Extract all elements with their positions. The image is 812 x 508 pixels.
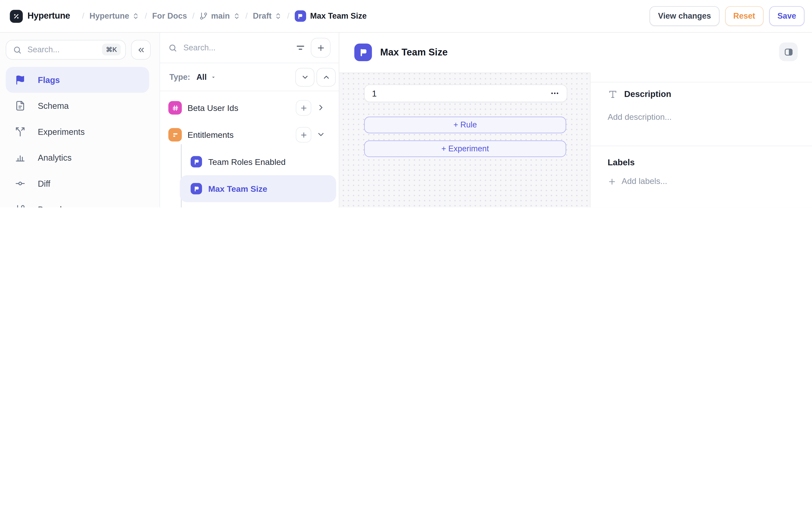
brand-name: Hypertune	[28, 11, 70, 21]
file-text-icon	[15, 100, 26, 111]
expand-all-button[interactable]	[317, 68, 336, 87]
sidebar-item-label: Flags	[38, 75, 60, 85]
bar-chart-icon	[15, 153, 26, 163]
sidebar-item-label: Analytics	[38, 153, 72, 163]
text-icon	[608, 89, 618, 99]
search-icon	[169, 43, 177, 52]
number-type-icon	[169, 101, 182, 115]
description-placeholder[interactable]: Add description...	[590, 113, 812, 122]
flag-search-input[interactable]	[182, 43, 260, 53]
sidebar-item-schema[interactable]: Schema	[0, 93, 159, 119]
breadcrumb-current-flag: Max Team Size	[295, 10, 367, 22]
type-filter-row: Type: All	[160, 63, 339, 91]
sidebar-item-label: Diff	[38, 179, 50, 188]
split-arrows-icon	[15, 127, 26, 137]
app-header: Hypertune / Hypertune / For Docs / main …	[0, 0, 812, 33]
flag-tree: Beta User Ids Entitlements Team Roles En…	[160, 91, 339, 207]
sidebar-item-experiments[interactable]: Experiments	[0, 119, 159, 144]
breadcrumb-separator: /	[287, 11, 289, 21]
sidebar-item-label: Experiments	[38, 127, 85, 137]
chevrons-up-down-icon	[275, 12, 282, 20]
breadcrumb-page-title: Max Team Size	[310, 11, 367, 21]
breadcrumb-space[interactable]: For Docs	[152, 11, 187, 21]
divider	[590, 82, 812, 82]
type-filter-value[interactable]: All	[196, 72, 207, 82]
filter-icon[interactable]	[295, 43, 306, 53]
section-title: Description	[624, 89, 671, 99]
sidebar-nav: Flags Schema Experiments Analytics Diff …	[0, 67, 159, 207]
flag-title: Max Team Size	[380, 47, 448, 58]
add-experiment-button[interactable]: + Experiment	[364, 140, 566, 157]
search-input[interactable]	[27, 45, 89, 55]
tree-row-max-api-requests[interactable]: Max API Requests Per Day	[180, 202, 336, 207]
search-shortcut: ⌘K	[102, 44, 121, 55]
add-child-button[interactable]	[296, 100, 311, 116]
search-icon	[13, 45, 22, 54]
entitlements-children: Team Roles Enabled Max Team Size Max API…	[160, 148, 339, 207]
flag-type-icon	[191, 156, 202, 167]
flag-canvas: 1 + Rule + Experiment	[339, 73, 590, 207]
expand-row-icon[interactable]	[317, 103, 325, 112]
reset-button[interactable]: Reset	[725, 6, 764, 26]
breadcrumb-separator: /	[192, 11, 195, 21]
breadcrumb-separator: /	[82, 11, 84, 21]
sidebar-item-diff[interactable]: Diff	[0, 171, 159, 197]
add-child-button[interactable]	[296, 127, 311, 142]
commit-selector[interactable]: Draft	[253, 11, 282, 21]
app-root: Hypertune / Hypertune / For Docs / main …	[0, 0, 812, 207]
breadcrumb-separator: /	[145, 11, 147, 21]
toggle-details-panel-button[interactable]	[779, 43, 798, 61]
collapse-all-button[interactable]	[295, 68, 315, 87]
git-branch-icon	[200, 12, 208, 20]
chevrons-left-icon	[136, 45, 145, 54]
labels-section-header: Labels	[590, 158, 812, 167]
sidebar-item-flags[interactable]: Flags	[0, 67, 159, 93]
save-button[interactable]: Save	[769, 6, 804, 26]
collapse-row-icon[interactable]	[317, 130, 325, 139]
panel-right-icon	[783, 47, 794, 57]
flag-icon	[354, 44, 372, 61]
git-branch-icon	[15, 204, 26, 207]
more-options-icon[interactable]	[550, 89, 560, 98]
collapse-sidebar-button[interactable]	[131, 40, 151, 60]
branch-selector[interactable]: main	[200, 11, 240, 21]
default-value-card[interactable]: 1	[364, 84, 567, 102]
sidebar-item-label: Branches	[38, 205, 74, 207]
add-rule-button[interactable]: + Rule	[364, 117, 566, 133]
sidebar-item-analytics[interactable]: Analytics	[0, 144, 159, 170]
flag-list-panel: Type: All Beta User Ids Entitlements	[160, 33, 339, 207]
section-title: Labels	[608, 158, 635, 167]
flag-icon	[295, 10, 306, 22]
caret-down-icon	[210, 74, 217, 80]
tree-row-max-team-size[interactable]: Max Team Size	[180, 175, 336, 202]
flag-icon	[15, 75, 26, 85]
plus-icon	[316, 43, 325, 52]
flag-header: Max Team Size	[339, 33, 812, 73]
project-selector[interactable]: Hypertune	[90, 11, 140, 21]
sidebar-item-branches[interactable]: Branches	[0, 197, 159, 207]
divider	[590, 145, 812, 146]
sidebar: ⌘K Flags Schema Experiments Analytics	[0, 33, 160, 207]
plus-icon	[608, 177, 617, 186]
sidebar-item-label: Schema	[38, 101, 69, 111]
add-labels-row[interactable]: Add labels...	[590, 177, 812, 186]
chevrons-up-down-icon	[233, 12, 240, 20]
tree-row-entitlements[interactable]: Entitlements	[160, 121, 339, 148]
hypertune-logo-icon[interactable]	[10, 9, 23, 23]
flag-type-icon	[191, 183, 202, 194]
object-type-icon	[169, 128, 182, 141]
sidebar-search[interactable]: ⌘K	[6, 40, 126, 60]
new-flag-button[interactable]	[311, 38, 330, 57]
flag-search-row	[160, 33, 339, 63]
tree-row-beta-user-ids[interactable]: Beta User Ids	[160, 94, 339, 121]
tree-row-team-roles-enabled[interactable]: Team Roles Enabled	[180, 148, 336, 175]
header-actions: View changes Reset Save	[650, 6, 812, 26]
type-filter-label: Type:	[170, 72, 190, 82]
flag-value[interactable]: 1	[372, 88, 377, 98]
view-changes-button[interactable]: View changes	[650, 6, 719, 26]
details-panel: Description Add description... Labels Ad…	[590, 73, 812, 207]
chevrons-up-down-icon	[132, 12, 139, 20]
description-section-header: Description	[590, 89, 812, 99]
breadcrumb-separator: /	[245, 11, 248, 21]
diff-node-icon	[15, 178, 26, 188]
